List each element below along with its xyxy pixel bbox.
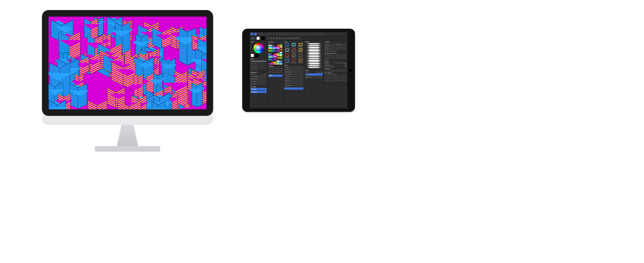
optical-left-3[interactable] <box>325 80 332 82</box>
swatch[interactable] <box>274 55 275 56</box>
optical-left[interactable] <box>325 75 332 77</box>
swatch[interactable] <box>277 56 278 57</box>
fx-outer-shadow[interactable]: Outer Shadow <box>251 75 267 77</box>
stroke-width-row[interactable] <box>251 60 267 62</box>
swatch[interactable] <box>274 63 275 64</box>
swatch[interactable] <box>281 45 282 46</box>
swatch[interactable] <box>281 53 282 55</box>
swatch[interactable] <box>281 56 282 57</box>
swatch[interactable] <box>275 63 277 64</box>
swatch[interactable] <box>273 57 274 59</box>
optical-right[interactable] <box>332 75 339 77</box>
style-item[interactable]: Steel look <box>284 48 290 53</box>
swatch[interactable] <box>277 52 278 53</box>
swatch[interactable] <box>277 63 278 64</box>
swatch[interactable] <box>281 48 282 49</box>
fx-inner-shadow[interactable]: Inner Shadow <box>251 78 267 80</box>
zoom-tool-icon[interactable] <box>295 37 297 39</box>
history-item[interactable]: Paste <box>284 82 303 84</box>
swatch[interactable] <box>277 45 278 46</box>
swatch[interactable] <box>275 60 277 62</box>
swatch[interactable] <box>281 55 282 56</box>
sub-icon[interactable] <box>333 50 334 52</box>
brush-preview[interactable] <box>305 47 323 49</box>
toolbar-tool-13[interactable] <box>309 33 311 35</box>
swatch[interactable] <box>270 52 271 53</box>
swatch[interactable] <box>274 46 275 48</box>
swatch[interactable] <box>280 48 281 49</box>
swatch[interactable] <box>273 59 274 60</box>
swatch[interactable] <box>268 48 270 49</box>
swatch[interactable] <box>271 53 272 55</box>
swatch[interactable] <box>273 52 274 53</box>
swatch[interactable] <box>275 55 277 56</box>
home-button[interactable] <box>348 68 353 73</box>
swatch[interactable] <box>268 60 270 62</box>
swatch[interactable] <box>275 53 277 55</box>
swatch[interactable] <box>270 60 271 62</box>
transform-footer[interactable]: Styles <box>268 75 283 77</box>
export-icon[interactable] <box>261 33 263 35</box>
style-item[interactable]: Gold Black <box>298 43 303 48</box>
swatch[interactable] <box>274 45 275 46</box>
history-item[interactable]: Add Rectangle <box>284 71 303 73</box>
crop-tool-icon[interactable] <box>273 37 275 39</box>
swatch[interactable] <box>270 55 271 56</box>
swatch[interactable] <box>275 59 277 60</box>
swatch[interactable] <box>280 62 281 63</box>
max-burns-field[interactable]: Max Burns <box>325 48 347 50</box>
toolbar-tool-4[interactable] <box>279 33 282 35</box>
home-icon[interactable] <box>251 33 253 35</box>
swatch[interactable] <box>275 62 277 63</box>
swatch[interactable] <box>278 53 279 55</box>
toolbar-tool-15[interactable] <box>315 33 318 35</box>
swatch[interactable] <box>277 60 278 62</box>
transform-s[interactable] <box>276 72 283 73</box>
pan-tool-icon[interactable] <box>298 37 300 39</box>
swatch[interactable] <box>281 46 282 48</box>
bold-icon[interactable] <box>325 50 326 52</box>
fill-swatch[interactable] <box>256 37 260 40</box>
swatch[interactable] <box>271 49 272 50</box>
style-item[interactable]: Abs Warm <box>291 54 297 58</box>
sup-icon[interactable] <box>335 50 336 52</box>
swatch[interactable] <box>278 59 279 60</box>
node-tool-icon[interactable] <box>270 37 272 39</box>
swatch[interactable] <box>281 52 282 53</box>
style-item[interactable]: Orange Z <box>298 59 303 63</box>
typo-field-b[interactable] <box>336 70 347 72</box>
swatch[interactable] <box>273 62 274 63</box>
brush-preview[interactable] <box>305 49 323 52</box>
style-item[interactable]: Swat Brick <box>291 48 297 53</box>
stroke-chip[interactable]: Stroke <box>251 38 255 39</box>
style-item[interactable]: Abs Brown <box>298 54 303 58</box>
swatch[interactable] <box>271 59 272 60</box>
swatch[interactable] <box>268 49 270 50</box>
scale-with-object[interactable]: Scale with object <box>251 69 267 71</box>
swatch[interactable] <box>268 56 270 57</box>
swatch[interactable] <box>268 45 270 46</box>
swatch[interactable] <box>274 49 275 50</box>
frame-text-tool-icon[interactable] <box>292 37 294 39</box>
underline-icon[interactable] <box>329 50 330 52</box>
toolbar-tool-8[interactable] <box>292 33 295 35</box>
swatch[interactable] <box>274 52 275 53</box>
swatch[interactable] <box>280 46 281 48</box>
swatch[interactable] <box>280 49 281 50</box>
swatch[interactable] <box>277 53 278 55</box>
swatch[interactable] <box>275 46 277 48</box>
swatch[interactable] <box>277 57 278 59</box>
history-item[interactable]: Set Font Style <box>284 73 303 75</box>
font-style[interactable]: Regular <box>325 46 347 48</box>
swatch[interactable] <box>273 60 274 62</box>
colour-wheel[interactable] <box>254 43 264 53</box>
optical-right-3[interactable] <box>332 80 339 82</box>
optical-right-2[interactable] <box>332 78 339 79</box>
swatch[interactable] <box>275 56 277 57</box>
swatch[interactable] <box>278 49 279 50</box>
swatch[interactable] <box>271 55 272 56</box>
fill-tool-icon[interactable] <box>281 37 283 39</box>
swatch[interactable] <box>271 45 272 46</box>
swatch[interactable] <box>275 45 277 46</box>
history-item[interactable]: Transform <box>284 76 303 77</box>
